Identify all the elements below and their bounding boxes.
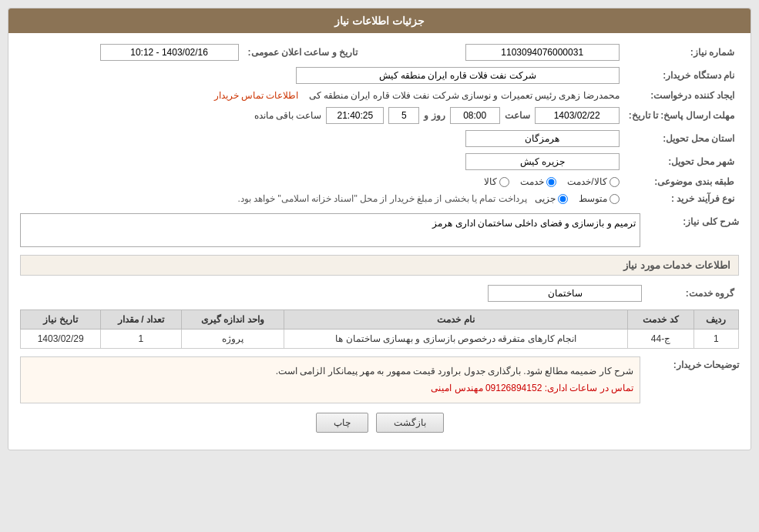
send-deadline-label: مهلت ارسال پاسخ: تا تاریخ: <box>624 104 739 127</box>
need-number-label: شماره نیاز: <box>624 41 739 64</box>
purchase-type-label: نوع فرآیند خرید : <box>624 190 739 207</box>
col-name: نام خدمت <box>284 310 628 330</box>
col-row: ردیف <box>694 310 738 330</box>
send-time-label: ساعت <box>505 110 530 121</box>
need-desc-textarea[interactable]: ترمیم و بازسازی و فضای داخلی ساختمان ادا… <box>20 213 640 247</box>
service-group-label: گروه خدمت: <box>646 282 739 305</box>
col-code: کد خدمت <box>628 310 694 330</box>
send-days-input[interactable] <box>388 107 419 124</box>
announce-input[interactable] <box>100 44 239 61</box>
province-label: استان محل تحویل: <box>624 127 739 150</box>
buyer-notes-line2: تماس در ساعات اداری: 09126894152 مهندس ا… <box>27 380 633 397</box>
buyer-notes-line1: شرح کار ضمیمه مطالع شود. بارگذاری جدول ب… <box>27 363 633 380</box>
category-radio-service[interactable]: خدمت <box>520 176 556 187</box>
announce-label: تاریخ و ساعت اعلان عمومی: <box>243 41 362 64</box>
creator-name: محمدرضا زهری رئیس تعمیرات و نوسازی شرکت … <box>309 90 620 101</box>
service-group-input[interactable] <box>488 285 642 302</box>
category-label: طبقه بندی موضوعی: <box>624 173 739 190</box>
city-input[interactable] <box>465 153 620 170</box>
back-button[interactable]: بازگشت <box>376 413 444 433</box>
city-label: شهر محل تحویل: <box>624 150 739 173</box>
send-days-label: روز و <box>424 110 445 121</box>
buyer-notes-label: توضیحات خریدار: <box>646 356 739 370</box>
category-radio-goods[interactable]: کالا <box>484 176 509 187</box>
category-radio-goods-service[interactable]: کالا/خدمت <box>567 176 619 187</box>
send-remaining-label: ساعت باقی مانده <box>254 110 322 121</box>
need-desc-label: شرح کلی نیاز: <box>646 213 739 227</box>
table-row: 1 ج-44 انجام کارهای متفرقه درخصوص بازساز… <box>21 330 739 349</box>
buyer-notes-content: شرح کار ضمیمه مطالع شود. بارگذاری جدول ب… <box>20 356 640 403</box>
buyer-name-input[interactable] <box>296 67 620 84</box>
col-date: تاریخ نیاز <box>21 310 101 330</box>
send-time-input[interactable] <box>450 107 500 124</box>
send-date-input[interactable] <box>535 107 620 124</box>
services-table: ردیف کد خدمت نام خدمت واحد اندازه گیری ت… <box>20 309 739 349</box>
send-remaining-input[interactable] <box>326 107 384 124</box>
page-title: جزئیات اطلاعات نیاز <box>8 8 751 33</box>
creator-label: ایجاد کننده درخواست: <box>624 87 739 104</box>
contact-link[interactable]: اطلاعات تماس خریدار <box>214 90 299 101</box>
col-qty: تعداد / مقدار <box>101 310 181 330</box>
purchase-note: پرداخت تمام یا بخشی از مبلغ خریدار از مح… <box>237 193 526 204</box>
col-unit: واحد اندازه گیری <box>181 310 284 330</box>
services-section-title: اطلاعات خدمات مورد نیاز <box>20 255 739 276</box>
buyer-name-label: نام دستگاه خریدار: <box>624 64 739 87</box>
province-input[interactable] <box>465 130 620 147</box>
print-button[interactable]: چاپ <box>316 413 368 433</box>
purchase-radio-medium[interactable]: متوسط <box>579 193 620 204</box>
purchase-radio-minor[interactable]: جزیی <box>535 193 568 204</box>
need-number-input[interactable] <box>465 44 620 61</box>
